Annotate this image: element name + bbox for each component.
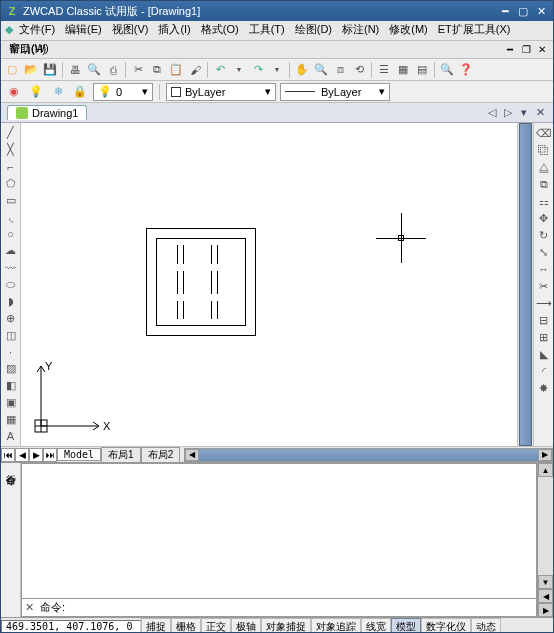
menu-et[interactable]: ET扩展工具(X): [434, 21, 515, 38]
ellipse-arc-icon[interactable]: ◗: [3, 293, 19, 309]
insert-icon[interactable]: ⊕: [3, 310, 19, 326]
horizontal-scrollbar[interactable]: ◀ ▶: [184, 448, 553, 462]
polygon-icon[interactable]: ⬠: [3, 176, 19, 192]
fillet-icon[interactable]: ◜: [536, 363, 552, 379]
undo-dd-icon[interactable]: ▼: [230, 61, 248, 79]
coordinates[interactable]: 469.3501, 407.1076, 0: [1, 620, 141, 633]
match-icon[interactable]: 🖌: [186, 61, 204, 79]
layout1-tab[interactable]: 布局1: [101, 447, 141, 463]
region-icon[interactable]: ▣: [3, 395, 19, 411]
circle-icon[interactable]: ○: [3, 226, 19, 242]
copy-icon[interactable]: ⧉: [148, 61, 166, 79]
revcloud-icon[interactable]: ☁: [3, 243, 19, 259]
zoom-rt-icon[interactable]: 🔍: [312, 61, 330, 79]
tab-prev2-icon[interactable]: ◀: [15, 448, 29, 462]
menu-format[interactable]: 格式(O): [197, 21, 243, 38]
redo-dd-icon[interactable]: ▼: [268, 61, 286, 79]
paste-icon[interactable]: 📋: [167, 61, 185, 79]
close-icon[interactable]: ✕: [533, 4, 549, 18]
menu-help[interactable]: 帮助(H): [5, 41, 50, 58]
copy-obj-icon[interactable]: ⿻: [536, 142, 552, 158]
scroll-left2-icon[interactable]: ◀: [538, 589, 553, 603]
scroll-right-icon[interactable]: ▶: [538, 449, 552, 461]
design-center-icon[interactable]: ▦: [394, 61, 412, 79]
save-icon[interactable]: 💾: [41, 61, 59, 79]
block-icon[interactable]: ◫: [3, 327, 19, 343]
array-icon[interactable]: ⚏: [536, 193, 552, 209]
layer-freeze-icon[interactable]: ❄: [49, 83, 67, 101]
cmd-close-icon[interactable]: ✕: [22, 601, 36, 614]
rotate-icon[interactable]: ↻: [536, 227, 552, 243]
move-icon[interactable]: ✥: [536, 210, 552, 226]
redo-icon[interactable]: ↷: [249, 61, 267, 79]
layer-dropdown[interactable]: 💡0▾: [93, 83, 153, 101]
vertical-scrollbar[interactable]: [517, 123, 533, 446]
child-close-icon[interactable]: ✕: [535, 44, 549, 56]
line-icon[interactable]: ╱: [3, 125, 19, 141]
command-input[interactable]: 命令:: [36, 600, 536, 615]
stretch-icon[interactable]: ↔: [536, 261, 552, 277]
open-icon[interactable]: 📂: [22, 61, 40, 79]
calc-icon[interactable]: 🔍: [438, 61, 456, 79]
tablet-toggle[interactable]: 数字化仪: [421, 618, 471, 634]
mirror-icon[interactable]: ⧋: [536, 159, 552, 175]
new-icon[interactable]: ▢: [3, 61, 21, 79]
grid-toggle[interactable]: 栅格: [171, 618, 201, 634]
spline-icon[interactable]: 〰: [3, 260, 19, 276]
document-tab[interactable]: Drawing1: [7, 105, 87, 120]
scroll-right2-icon[interactable]: ▶: [538, 603, 553, 617]
otrack-toggle[interactable]: 对象追踪: [311, 618, 361, 634]
gradient-icon[interactable]: ◧: [3, 378, 19, 394]
tool-palette-icon[interactable]: ▤: [413, 61, 431, 79]
tab-last-icon[interactable]: ⏭: [43, 448, 57, 462]
drawing-canvas[interactable]: Y X: [21, 123, 517, 446]
print-icon[interactable]: 🖶: [66, 61, 84, 79]
menu-edit[interactable]: 编辑(E): [61, 21, 106, 38]
break-icon[interactable]: ⊟: [536, 312, 552, 328]
menu-dim[interactable]: 标注(N): [338, 21, 383, 38]
publish-icon[interactable]: ⎙: [104, 61, 122, 79]
menu-view[interactable]: 视图(V): [108, 21, 153, 38]
chamfer-icon[interactable]: ◣: [536, 346, 552, 362]
scroll-down-icon[interactable]: ▼: [538, 575, 553, 589]
lwt-toggle[interactable]: 线宽: [361, 618, 391, 634]
child-restore-icon[interactable]: ❐: [519, 44, 533, 56]
scale-icon[interactable]: ⤡: [536, 244, 552, 260]
command-history[interactable]: [21, 463, 537, 599]
erase-icon[interactable]: ⌫: [536, 125, 552, 141]
point-icon[interactable]: ·: [3, 344, 19, 360]
model-toggle[interactable]: 模型: [391, 618, 421, 634]
rect-icon[interactable]: ▭: [3, 192, 19, 208]
cut-icon[interactable]: ✂: [129, 61, 147, 79]
extend-icon[interactable]: ⟶: [536, 295, 552, 311]
zoom-prev-icon[interactable]: ⟲: [350, 61, 368, 79]
model-tab[interactable]: Model: [57, 448, 101, 461]
osnap-toggle[interactable]: 对象捕捉: [261, 618, 311, 634]
child-minimize-icon[interactable]: ━: [503, 44, 517, 56]
tab-first-icon[interactable]: ⏮: [1, 448, 15, 462]
tab-next2-icon[interactable]: ▶: [29, 448, 43, 462]
table-icon[interactable]: ▦: [3, 411, 19, 427]
props-icon[interactable]: ☰: [375, 61, 393, 79]
mtext-icon[interactable]: A: [3, 428, 19, 444]
layer-lock-icon[interactable]: 🔒: [71, 83, 89, 101]
ellipse-icon[interactable]: ⬭: [3, 277, 19, 293]
cmd-scrollbar[interactable]: ▲ ▼ ◀ ▶: [537, 463, 553, 617]
color-dropdown[interactable]: ByLayer ▾: [166, 83, 276, 101]
zoom-win-icon[interactable]: ⧈: [331, 61, 349, 79]
tab-prev-icon[interactable]: ◁: [485, 106, 499, 120]
maximize-icon[interactable]: ▢: [515, 4, 531, 18]
menu-insert[interactable]: 插入(I): [154, 21, 194, 38]
menu-tools[interactable]: 工具(T): [245, 21, 289, 38]
snap-toggle[interactable]: 捕捉: [141, 618, 171, 634]
pline-icon[interactable]: ⌐: [3, 159, 19, 175]
app-menu-icon[interactable]: ◆: [5, 23, 13, 36]
xline-icon[interactable]: ╳: [3, 142, 19, 158]
minimize-icon[interactable]: ━: [497, 4, 513, 18]
tab-close-icon[interactable]: ✕: [533, 106, 547, 120]
join-icon[interactable]: ⊞: [536, 329, 552, 345]
dyn-toggle[interactable]: 动态: [471, 618, 501, 634]
hatch-icon[interactable]: ▨: [3, 361, 19, 377]
undo-icon[interactable]: ↶: [211, 61, 229, 79]
menu-draw[interactable]: 绘图(D): [291, 21, 336, 38]
